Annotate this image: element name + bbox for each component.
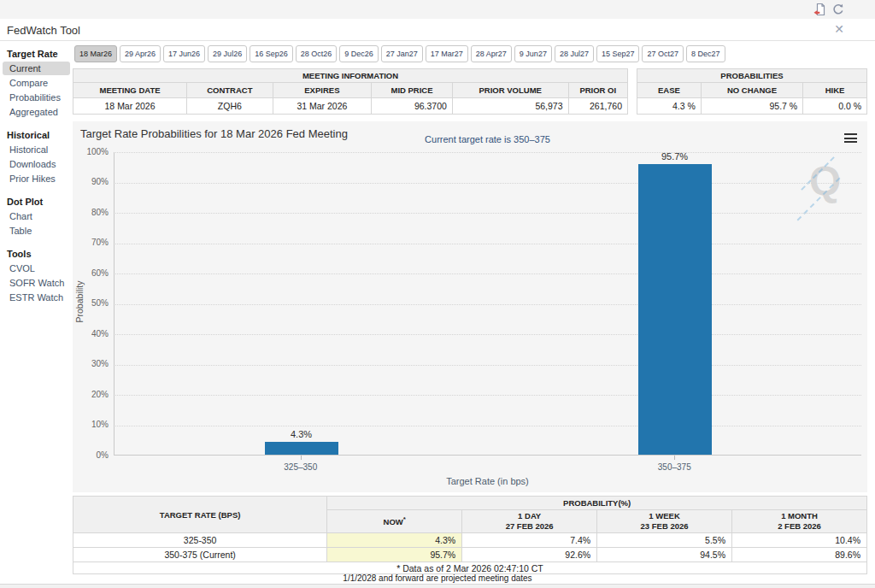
prior-oi-value: 261,760 <box>568 98 627 115</box>
fedwatch-page: FedWatch Tool ✕ Target Rate Current Comp… <box>0 0 875 588</box>
meeting-tab-17-mar27[interactable]: 17 Mar27 <box>426 45 468 62</box>
hike-value: 0.0 % <box>803 98 867 115</box>
col-1-week: 1 WEEK23 FEB 2026 <box>597 510 732 533</box>
no-change-value: 95.7 % <box>701 98 802 115</box>
probability-bar-325-350 <box>265 442 338 455</box>
mid-price-value: 96.3700 <box>372 98 453 115</box>
col-1-month: 1 MONTH2 FEB 2026 <box>732 510 867 533</box>
x-category-label: 350–375 <box>623 462 725 472</box>
sidebar-item-probabilities[interactable]: Probabilities <box>3 91 70 104</box>
bar-group-350-375: 95.7% <box>615 151 735 455</box>
meeting-info-title: MEETING INFORMATION <box>73 69 628 83</box>
meeting-tab-27-jan27[interactable]: 27 Jan27 <box>381 45 423 62</box>
now-asterisk: * <box>403 515 406 523</box>
meeting-date-value: 18 Mar 2026 <box>73 98 187 115</box>
sidebar-section-historical: Historical <box>0 130 73 142</box>
meeting-date-tabs: 18 Mar26 29 Apr26 17 Jun26 29 Jul26 16 S… <box>74 45 869 62</box>
sidebar: Target Rate Current Compare Probabilitie… <box>0 49 73 305</box>
col-1-day: 1 DAY27 FEB 2026 <box>462 510 597 533</box>
title-bar: FedWatch Tool ✕ <box>0 19 875 41</box>
meeting-tab-9-jun27[interactable]: 9 Jun27 <box>514 45 552 62</box>
refresh-icon[interactable] <box>831 3 845 16</box>
sidebar-item-historical[interactable]: Historical <box>3 143 70 156</box>
meeting-tab-29-jul26[interactable]: 29 Jul26 <box>208 45 247 62</box>
table-row-350-375-current: 350-375 (Current) 95.7% 92.6% 94.5% 89.6… <box>73 548 867 562</box>
bar-group-325-350: 4.3% <box>242 429 361 455</box>
sidebar-item-current[interactable]: Current <box>3 62 70 75</box>
rate-label: 350-375 (Current) <box>73 548 327 562</box>
x-axis-tick <box>301 456 302 460</box>
x-axis-tick <box>674 456 675 460</box>
meeting-tab-28-oct26[interactable]: 28 Oct26 <box>296 45 338 62</box>
sidebar-item-chart[interactable]: Chart <box>3 209 70 223</box>
x-axis-title: Target Rate (in bps) <box>114 476 861 486</box>
export-icon[interactable] <box>813 3 826 16</box>
x-category-label: 325–350 <box>250 462 352 472</box>
probability-chart: Target Rate Probabilities for 18 Mar 202… <box>73 121 867 492</box>
chart-subtitle: Current target rate is 350–375 <box>114 134 861 144</box>
meeting-tab-15-sep27[interactable]: 15 Sep27 <box>596 45 640 62</box>
chart-plot-area: 4.3% 95.7% <box>114 152 861 456</box>
week-value: 5.5% <box>597 533 732 548</box>
meeting-tab-16-sep26[interactable]: 16 Sep26 <box>250 45 293 62</box>
meeting-tab-18-mar26[interactable]: 18 Mar26 <box>74 45 117 62</box>
sidebar-item-cvol[interactable]: CVOL <box>3 262 70 275</box>
sidebar-section-target-rate: Target Rate <box>0 49 73 61</box>
page-title: FedWatch Tool <box>7 24 80 37</box>
meeting-tab-17-jun26[interactable]: 17 Jun26 <box>163 45 205 62</box>
prior-volume-value: 56,973 <box>452 98 568 115</box>
sidebar-item-aggregated[interactable]: Aggregated <box>3 105 70 119</box>
sidebar-item-downloads[interactable]: Downloads <box>3 157 70 171</box>
sidebar-item-sofr-watch[interactable]: SOFR Watch <box>3 276 70 290</box>
table-row-325-350: 325-350 4.3% 7.4% 5.5% 10.4% <box>73 533 867 548</box>
sidebar-item-estr-watch[interactable]: ESTR Watch <box>3 291 70 304</box>
col-now: NOW* <box>327 510 462 533</box>
meeting-tab-28-apr27[interactable]: 28 Apr27 <box>471 45 512 62</box>
col-mid-price: MID PRICE <box>372 83 453 98</box>
meeting-info-row: 18 Mar 2026 ZQH6 31 Mar 2026 96.3700 56,… <box>73 98 628 115</box>
sidebar-item-compare[interactable]: Compare <box>3 76 70 90</box>
y-axis-title: Probability <box>74 242 85 362</box>
sidebar-item-table[interactable]: Table <box>3 224 70 238</box>
sidebar-section-dot-plot: Dot Plot <box>0 197 73 209</box>
col-prior-oi: PRIOR OI <box>568 83 627 98</box>
meeting-information-table: MEETING INFORMATION MEETING DATE CONTRAC… <box>73 68 628 115</box>
meeting-tab-29-apr26[interactable]: 29 Apr26 <box>120 45 161 62</box>
meeting-tab-9-dec26[interactable]: 9 Dec26 <box>339 45 379 62</box>
now-value: 95.7% <box>327 548 462 562</box>
ease-value: 4.3 % <box>637 98 702 115</box>
day-value: 7.4% <box>462 533 597 548</box>
probability-history-table: TARGET RATE (BPS) PROBABILITY(%) NOW* 1 … <box>73 496 867 574</box>
rate-label: 325-350 <box>73 533 327 548</box>
data-as-of-footnote: * Data as of 2 Mar 2026 02:47:10 CT <box>73 562 867 574</box>
week-value: 94.5% <box>597 548 732 562</box>
sidebar-section-tools: Tools <box>0 249 73 261</box>
contract-value: ZQH6 <box>187 98 273 115</box>
col-target-rate-bps: TARGET RATE (BPS) <box>73 497 327 533</box>
probability-group-header: PROBABILITY(%) <box>327 497 867 510</box>
now-value: 4.3% <box>327 533 462 548</box>
meeting-tab-27-oct27[interactable]: 27 Oct27 <box>642 45 684 62</box>
month-value: 10.4% <box>732 533 867 548</box>
bar-value-label: 4.3% <box>291 429 312 439</box>
projected-dates-note: 1/1/2028 and forward are projected meeti… <box>0 573 875 583</box>
meeting-tab-8-dec27[interactable]: 8 Dec27 <box>686 45 725 62</box>
probability-bar-350-375 <box>638 164 712 455</box>
close-icon[interactable]: ✕ <box>834 22 844 36</box>
col-contract: CONTRACT <box>187 83 273 98</box>
col-ease: EASE <box>637 83 702 98</box>
probabilities-row: 4.3 % 95.7 % 0.0 % <box>637 98 867 115</box>
col-expires: EXPIRES <box>273 83 372 98</box>
bottom-strip <box>0 584 875 588</box>
expires-value: 31 Mar 2026 <box>273 98 372 115</box>
bar-value-label: 95.7% <box>661 151 688 162</box>
col-prior-volume: PRIOR VOLUME <box>452 83 568 98</box>
day-value: 92.6% <box>462 548 597 562</box>
probabilities-summary-table: PROBABILITIES EASE NO CHANGE HIKE 4.3 % … <box>637 68 867 115</box>
meeting-tab-28-jul27[interactable]: 28 Jul27 <box>555 45 594 62</box>
col-meeting-date: MEETING DATE <box>73 83 187 98</box>
probabilities-title: PROBABILITIES <box>637 69 867 83</box>
top-utility-bar <box>0 0 875 19</box>
col-hike: HIKE <box>803 83 867 98</box>
sidebar-item-prior-hikes[interactable]: Prior Hikes <box>3 172 70 185</box>
